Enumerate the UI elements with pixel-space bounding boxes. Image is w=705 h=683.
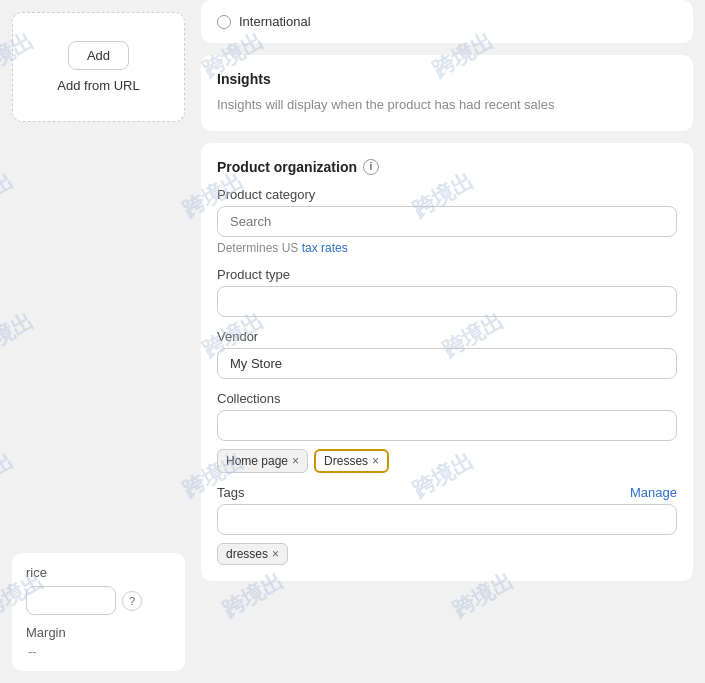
vendor-group: Vendor <box>217 329 677 379</box>
insights-card: Insights Insights will display when the … <box>201 55 693 131</box>
tags-group: Tags Manage dresses × <box>217 485 677 565</box>
tags-label: Tags <box>217 485 244 500</box>
international-option[interactable]: International <box>217 14 677 29</box>
collections-label: Collections <box>217 391 677 406</box>
dresses-tag-remove[interactable]: × <box>272 548 279 560</box>
homepage-tag[interactable]: Home page × <box>217 449 308 473</box>
product-type-label: Product type <box>217 267 677 282</box>
product-category-label: Product category <box>217 187 677 202</box>
product-category-group: Product category Determines US tax rates <box>217 187 677 255</box>
dresses-collection-tag-remove[interactable]: × <box>372 455 379 467</box>
add-media-button[interactable]: Add <box>68 41 129 70</box>
tax-rates-link[interactable]: tax rates <box>302 241 348 255</box>
collections-tags: Home page × Dresses × <box>217 449 677 473</box>
insights-description: Insights will display when the product h… <box>217 95 677 115</box>
price-input[interactable] <box>26 586 116 615</box>
dresses-collection-tag[interactable]: Dresses × <box>314 449 389 473</box>
tags-list: dresses × <box>217 543 677 565</box>
price-section: rice ? Margin -- <box>12 553 185 671</box>
product-type-input[interactable] <box>217 286 677 317</box>
media-add-card: Add Add from URL <box>12 12 185 122</box>
insights-title: Insights <box>217 71 677 87</box>
product-type-group: Product type <box>217 267 677 317</box>
vendor-input[interactable] <box>217 348 677 379</box>
product-organization-title: Product organization <box>217 159 357 175</box>
collections-group: Collections Home page × Dresses × <box>217 391 677 473</box>
dresses-tag[interactable]: dresses × <box>217 543 288 565</box>
tags-input[interactable] <box>217 504 677 535</box>
product-organization-card: Product organization i Product category … <box>201 143 693 581</box>
international-radio[interactable] <box>217 15 231 29</box>
margin-label: Margin <box>26 625 171 640</box>
add-from-url-link[interactable]: Add from URL <box>57 78 139 93</box>
vendor-label: Vendor <box>217 329 677 344</box>
international-label: International <box>239 14 311 29</box>
shipping-card: International <box>201 0 693 43</box>
collections-input[interactable] <box>217 410 677 441</box>
margin-value: -- <box>26 644 171 659</box>
homepage-tag-remove[interactable]: × <box>292 455 299 467</box>
price-label: rice <box>26 565 171 580</box>
tax-link-text: Determines US tax rates <box>217 241 677 255</box>
price-help-icon[interactable]: ? <box>122 591 142 611</box>
product-organization-info-icon[interactable]: i <box>363 159 379 175</box>
manage-tags-link[interactable]: Manage <box>630 485 677 500</box>
product-category-input[interactable] <box>217 206 677 237</box>
